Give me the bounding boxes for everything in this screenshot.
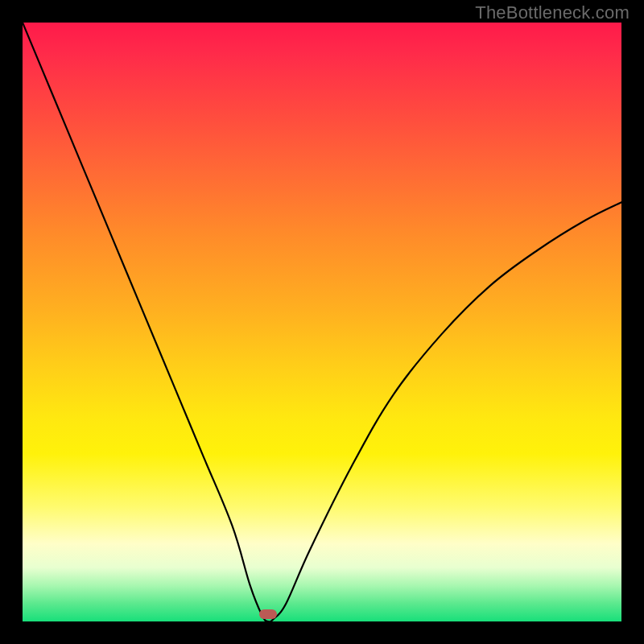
chart-frame: TheBottleneck.com <box>0 0 644 644</box>
optimum-marker <box>259 609 277 619</box>
watermark-text: TheBottleneck.com <box>475 2 630 23</box>
plot-area <box>23 23 621 621</box>
curve-svg <box>23 23 621 621</box>
bottleneck-curve-path <box>23 23 621 621</box>
